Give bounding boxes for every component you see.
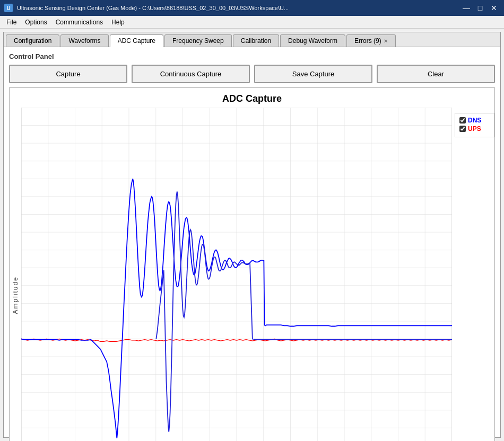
minimize-button[interactable]: — bbox=[460, 2, 472, 14]
app-icon: U bbox=[4, 4, 13, 12]
window-title: Ultrasonic Sensing Design Center (Gas Mo… bbox=[17, 5, 289, 11]
tab-debug-waveform[interactable]: Debug Waveform bbox=[280, 34, 345, 47]
ups-checkbox[interactable] bbox=[459, 126, 466, 132]
y-axis-label: Amplitude bbox=[10, 108, 21, 441]
clear-button[interactable]: Clear bbox=[377, 65, 495, 83]
legend-dns: DNS bbox=[459, 117, 490, 124]
chart-title: ADC Capture bbox=[10, 88, 494, 108]
chart-inner: 375 350 300 250 200 150 100 50 0 -50 -10… bbox=[21, 108, 452, 441]
tab-adc-capture[interactable]: ADC Capture bbox=[110, 34, 163, 47]
close-button[interactable]: ✕ bbox=[488, 2, 500, 14]
main-container: Configuration Waveforms ADC Capture Freq… bbox=[0, 29, 504, 441]
continuous-capture-button[interactable]: Continuous Capture bbox=[132, 65, 250, 83]
tab-errors[interactable]: Errors (9) ✕ bbox=[346, 34, 396, 47]
maximize-button[interactable]: □ bbox=[474, 2, 486, 14]
tab-bar: Configuration Waveforms ADC Capture Freq… bbox=[4, 32, 500, 47]
tab-container: Configuration Waveforms ADC Capture Freq… bbox=[3, 32, 501, 438]
menu-bar: File Options Communications Help bbox=[0, 16, 504, 29]
ups-label: UPS bbox=[468, 125, 481, 133]
menu-file[interactable]: File bbox=[2, 17, 21, 27]
save-capture-button[interactable]: Save Capture bbox=[254, 65, 372, 83]
tab-waveforms[interactable]: Waveforms bbox=[60, 34, 108, 47]
legend-ups: UPS bbox=[459, 125, 490, 133]
tab-errors-close[interactable]: ✕ bbox=[384, 38, 388, 44]
menu-help[interactable]: Help bbox=[107, 17, 129, 27]
capture-button[interactable]: Capture bbox=[9, 65, 127, 83]
chart-legend: DNS UPS bbox=[455, 113, 494, 137]
control-buttons: Capture Continuous Capture Save Capture … bbox=[9, 65, 495, 83]
tab-frequency-sweep[interactable]: Frequency Sweep bbox=[164, 34, 232, 47]
title-bar-controls: — □ ✕ bbox=[460, 2, 500, 14]
dns-label: DNS bbox=[468, 117, 481, 124]
menu-communications[interactable]: Communications bbox=[51, 17, 107, 27]
dns-checkbox[interactable] bbox=[459, 117, 466, 124]
panel-area: Control Panel Capture Continuous Capture… bbox=[4, 47, 500, 434]
menu-options[interactable]: Options bbox=[21, 17, 51, 27]
chart-area: ADC Capture Amplitude bbox=[9, 87, 495, 441]
title-bar-left: U Ultrasonic Sensing Design Center (Gas … bbox=[4, 4, 289, 12]
tab-errors-label: Errors (9) bbox=[354, 37, 381, 45]
tab-configuration[interactable]: Configuration bbox=[6, 34, 59, 47]
control-panel-label: Control Panel bbox=[9, 52, 495, 60]
icon-letter: U bbox=[6, 5, 10, 11]
tab-calibration[interactable]: Calibration bbox=[233, 34, 279, 47]
title-bar: U Ultrasonic Sensing Design Center (Gas … bbox=[0, 0, 504, 16]
chart-svg: 375 350 300 250 200 150 100 50 0 -50 -10… bbox=[21, 108, 452, 441]
chart-body: Amplitude bbox=[10, 108, 494, 441]
